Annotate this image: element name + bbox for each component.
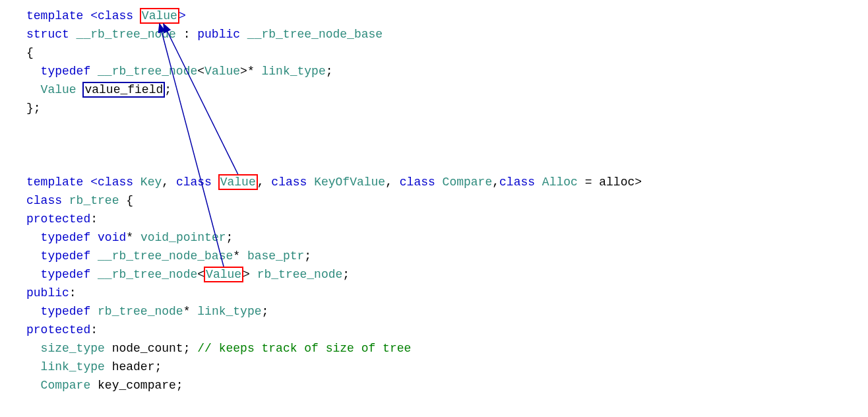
- code-token: :: [176, 28, 197, 41]
- code-token: ;: [262, 305, 269, 318]
- code-token: typedef: [41, 305, 91, 318]
- code-token: [26, 65, 41, 78]
- code-token: ;: [304, 249, 311, 263]
- code-token: [26, 268, 41, 281]
- code-token: ,: [162, 176, 176, 189]
- code-token: __rb_tree_node_base: [240, 28, 383, 41]
- code-token: Value: [41, 83, 77, 96]
- code-line: Value value_field;: [26, 80, 842, 99]
- code-line: protected:: [26, 210, 842, 228]
- highlight-value-3: Value: [204, 267, 243, 282]
- code-token: typedef: [41, 268, 91, 281]
- code-token: size_type: [41, 342, 105, 355]
- code-token: [90, 231, 98, 244]
- code-line: link_type header;: [26, 358, 842, 376]
- code-line: typedef __rb_tree_node<Value> rb_tree_no…: [26, 265, 842, 284]
- code-token: class: [176, 176, 212, 189]
- code-token: [26, 342, 41, 355]
- code-token: [26, 379, 41, 392]
- code-token: >*: [240, 65, 255, 78]
- code-token: protected: [26, 323, 90, 337]
- code-token: rb_tree: [62, 194, 119, 207]
- code-token: __rb_tree_node: [69, 28, 176, 41]
- code-token: class: [98, 176, 133, 189]
- code-token: class: [400, 176, 435, 189]
- code-token: Compare: [435, 176, 492, 189]
- code-token: Compare: [41, 379, 91, 392]
- code-token: link_type: [41, 360, 105, 373]
- code-token: [26, 249, 41, 263]
- code-token: class: [98, 9, 133, 22]
- highlight-value-1: Value: [140, 8, 179, 24]
- code-line: [26, 117, 842, 136]
- code-token: = alloc>: [578, 176, 642, 189]
- code-token: struct: [26, 28, 69, 41]
- code-token: __rb_tree_node_base: [90, 249, 233, 263]
- code-token: Alloc: [535, 176, 578, 189]
- code-line: public:: [26, 284, 842, 302]
- code-token: {: [26, 46, 34, 59]
- code-token: rb_tree_node: [90, 305, 183, 318]
- code-token: public: [26, 286, 69, 300]
- code-token: ;: [326, 65, 333, 78]
- code-token: node_count;: [105, 342, 197, 355]
- code-token: class: [26, 194, 62, 207]
- code-line: template <class Key, class Value, class …: [26, 173, 842, 191]
- code-token: ;: [342, 268, 350, 281]
- code-token: *: [233, 249, 240, 263]
- code-line: struct __rb_tree_node : public __rb_tree…: [26, 25, 842, 44]
- code-token: protected: [26, 212, 90, 226]
- code-line: class rb_tree {: [26, 191, 842, 210]
- code-token: template <: [26, 9, 98, 22]
- code-token: base_ptr: [240, 249, 304, 263]
- code-token: link_type: [255, 65, 326, 78]
- code-token: *: [126, 231, 133, 244]
- code-line: {: [26, 44, 842, 62]
- code-token: ,: [492, 176, 499, 189]
- code-token: typedef: [41, 65, 91, 78]
- code-token: void_pointer: [133, 231, 226, 244]
- code-token: class: [271, 176, 307, 189]
- code-token: __rb_tree_node: [90, 268, 197, 281]
- code-line: typedef __rb_tree_node<Value>* link_type…: [26, 62, 842, 80]
- code-line: size_type node_count; // keeps track of …: [26, 339, 842, 358]
- code-token: __rb_tree_node: [90, 65, 197, 78]
- code-token: [26, 360, 41, 373]
- code-token: ;: [226, 231, 233, 244]
- code-token: ,: [257, 176, 272, 189]
- code-line: [26, 136, 842, 154]
- code-token: Key: [133, 176, 162, 189]
- code-token: public: [197, 28, 240, 41]
- code-comment: // keeps track of size of tree: [197, 342, 411, 355]
- code-token: typedef: [41, 249, 91, 263]
- code-token: header;: [105, 360, 162, 373]
- code-line: typedef rb_tree_node* link_type;: [26, 302, 842, 321]
- code-token: [26, 83, 41, 96]
- code-token: link_type: [190, 305, 261, 318]
- code-token: *: [183, 305, 191, 318]
- code-token: rb_tree_node: [250, 268, 342, 281]
- code-token: >: [243, 268, 250, 281]
- code-line: template <class Value>: [26, 7, 842, 25]
- code-token: :: [90, 212, 98, 226]
- code-token: [26, 305, 41, 318]
- code-token: ;: [164, 83, 171, 96]
- code-token: class: [499, 176, 535, 189]
- code-token: <: [197, 65, 204, 78]
- code-token: :: [90, 323, 98, 337]
- code-token: >: [179, 9, 186, 22]
- code-token: ,: [385, 176, 400, 189]
- code-token: typedef: [41, 231, 91, 244]
- code-token: template <: [26, 176, 98, 189]
- code-line: Compare key_compare;: [26, 376, 842, 395]
- code-line: };: [26, 99, 842, 117]
- code-token: };: [26, 102, 41, 115]
- code-line: protected:: [26, 321, 842, 339]
- code-token: key_compare;: [90, 379, 183, 392]
- code-token: {: [119, 194, 133, 207]
- code-token: KeyOfValue: [307, 176, 385, 189]
- highlight-value-field: value_field: [82, 82, 165, 98]
- code-token: :: [69, 286, 77, 300]
- code-token: Value: [204, 65, 240, 78]
- code-line: [26, 154, 842, 173]
